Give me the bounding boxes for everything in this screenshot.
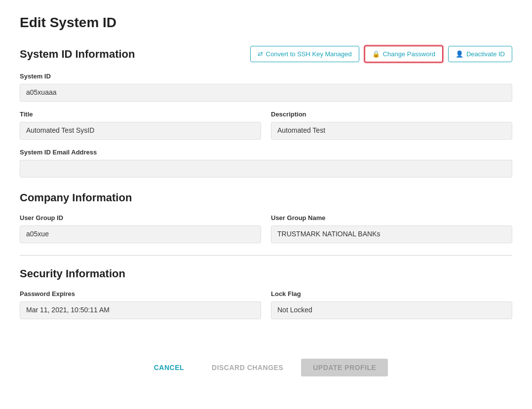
password-expires-label: Password Expires <box>20 290 261 297</box>
email-group: System ID Email Address <box>20 149 512 178</box>
security-row: Password Expires Mar 11, 2021, 10:50:11 … <box>20 290 512 319</box>
system-id-group: System ID a05xuaaa <box>20 73 512 102</box>
update-profile-button[interactable]: UPDATE PROFILE <box>301 359 388 376</box>
company-row: User Group ID a05xue User Group Name TRU… <box>20 214 512 243</box>
title-label: Title <box>20 111 261 118</box>
system-id-label: System ID <box>20 73 512 80</box>
title-group: Title Automated Test SysID <box>20 111 261 140</box>
user-group-id-group: User Group ID a05xue <box>20 214 261 243</box>
convert-ssh-button[interactable]: ⇄ Convert to SSH Key Managed <box>250 46 359 62</box>
email-label: System ID Email Address <box>20 149 512 156</box>
system-id-value: a05xuaaa <box>20 84 512 102</box>
company-information-section: Company Information User Group ID a05xue… <box>20 191 512 243</box>
company-section-title: Company Information <box>20 191 132 204</box>
user-group-id-label: User Group ID <box>20 214 261 222</box>
description-label: Description <box>271 111 512 118</box>
lock-flag-label: Lock Flag <box>271 290 512 297</box>
user-icon: 👤 <box>456 50 463 58</box>
user-group-name-group: User Group Name TRUSTMARK NATIONAL BANKs <box>271 214 512 243</box>
lock-flag-value: Not Locked <box>271 301 512 319</box>
description-group: Description Automated Test <box>271 111 512 140</box>
change-password-button[interactable]: 🔒 Change Password <box>364 45 443 63</box>
section-header: System ID Information ⇄ Convert to SSH K… <box>20 45 512 63</box>
ssh-icon: ⇄ <box>258 50 263 58</box>
user-group-name-value: TRUSTMARK NATIONAL BANKs <box>271 225 512 243</box>
deactivate-id-button[interactable]: 👤 Deactivate ID <box>448 46 512 62</box>
discard-changes-button[interactable]: DISCARD CHANGES <box>202 359 293 376</box>
security-section-title: Security Information <box>20 267 125 280</box>
title-description-row: Title Automated Test SysID Description A… <box>20 111 512 140</box>
password-expires-value: Mar 11, 2021, 10:50:11 AM <box>20 301 261 319</box>
user-group-id-value: a05xue <box>20 225 261 243</box>
page-title: Edit System ID <box>20 15 512 31</box>
title-value: Automated Test SysID <box>20 122 261 140</box>
lock-flag-group: Lock Flag Not Locked <box>271 290 512 319</box>
company-section-header: Company Information <box>20 191 512 204</box>
password-expires-group: Password Expires Mar 11, 2021, 10:50:11 … <box>20 290 261 319</box>
security-information-section: Security Information Password Expires Ma… <box>20 267 512 319</box>
section-divider <box>20 255 512 256</box>
description-value: Automated Test <box>271 122 512 140</box>
lock-icon: 🔒 <box>372 50 380 58</box>
system-id-information-section: System ID Information ⇄ Convert to SSH K… <box>20 45 512 178</box>
footer-actions: CANCEL DISCARD CHANGES UPDATE PROFILE <box>20 349 512 376</box>
system-id-section-title: System ID Information <box>20 48 135 61</box>
user-group-name-label: User Group Name <box>271 214 512 222</box>
cancel-button[interactable]: CANCEL <box>144 359 194 376</box>
action-buttons: ⇄ Convert to SSH Key Managed 🔒 Change Pa… <box>250 45 512 63</box>
security-section-header: Security Information <box>20 267 512 280</box>
email-value <box>20 160 512 178</box>
